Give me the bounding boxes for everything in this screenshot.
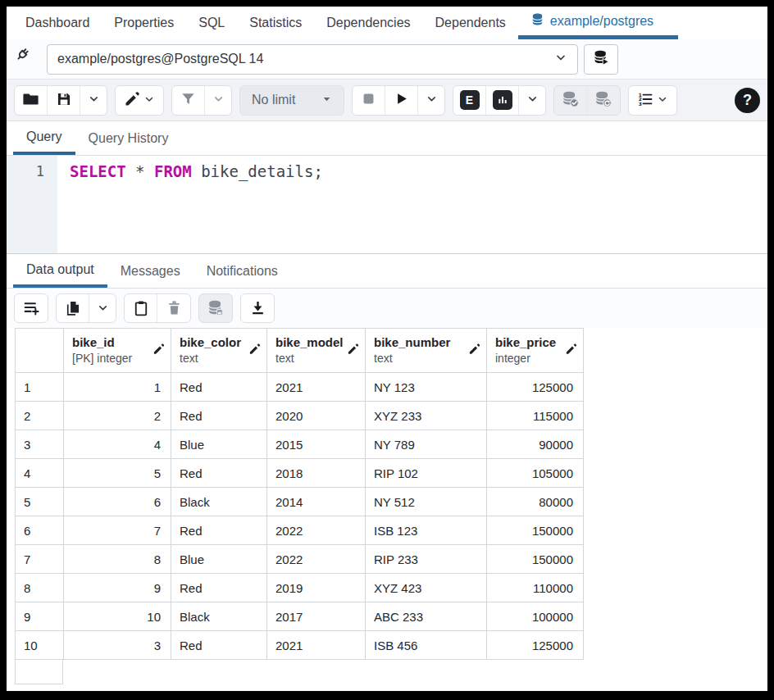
data-cell[interactable]: Black [171, 488, 267, 516]
data-cell[interactable]: 110000 [487, 574, 584, 602]
tab-statistics[interactable]: Statistics [237, 7, 314, 39]
data-cell[interactable]: 2015 [267, 430, 366, 459]
filter-options-dropdown[interactable] [205, 86, 231, 115]
data-cell[interactable]: Blue [171, 430, 267, 459]
data-cell[interactable]: 125000 [487, 631, 584, 660]
data-cell[interactable]: 2017 [267, 602, 366, 631]
data-cell[interactable]: 4 [64, 430, 171, 459]
save-data-changes-button[interactable] [199, 294, 232, 323]
data-cell[interactable]: ISB 456 [366, 631, 487, 660]
explain-options-dropdown[interactable] [519, 86, 545, 115]
row-number-cell[interactable]: 9 [16, 602, 64, 631]
data-cell[interactable]: Red [171, 459, 267, 488]
data-cell[interactable]: NY 123 [366, 373, 487, 402]
new-connection-button[interactable] [584, 44, 618, 75]
row-number-cell[interactable]: 10 [16, 631, 64, 660]
data-cell[interactable]: ABC 233 [366, 602, 487, 631]
filter-button[interactable] [172, 86, 205, 115]
data-cell[interactable]: 150000 [487, 516, 584, 545]
edit-column-icon[interactable] [468, 343, 480, 358]
data-cell[interactable]: 3 [64, 631, 171, 660]
cancel-query-button[interactable] [353, 86, 385, 115]
explain-button[interactable]: E [453, 86, 486, 115]
tab-dependencies[interactable]: Dependencies [314, 7, 422, 39]
data-cell[interactable]: 2 [64, 402, 171, 430]
data-cell[interactable]: RIP 102 [366, 459, 487, 488]
add-row-button[interactable] [15, 294, 48, 323]
data-cell[interactable]: RIP 233 [366, 545, 487, 574]
data-cell[interactable]: 150000 [487, 545, 584, 574]
connection-select[interactable]: example/postgres@PostgreSQL 14 [47, 44, 578, 75]
tab-query-tool-active[interactable]: example/postgres [518, 7, 678, 39]
tab-dashboard[interactable]: Dashboard [13, 7, 102, 39]
data-cell[interactable]: 2018 [267, 459, 366, 488]
data-cell[interactable]: Red [171, 373, 267, 402]
editor-code-area[interactable]: SELECT * FROM bike_details; [57, 156, 767, 253]
data-cell[interactable]: Red [171, 516, 267, 545]
edit-dropdown-button[interactable] [116, 86, 163, 115]
data-cell[interactable]: 125000 [487, 373, 584, 402]
new-row-stub-cell[interactable] [15, 660, 63, 684]
data-cell[interactable]: 2021 [267, 373, 366, 402]
column-header-bike-id[interactable]: bike_id [PK] integer [64, 329, 171, 373]
paste-button[interactable] [125, 294, 157, 323]
help-button[interactable]: ? [735, 88, 760, 113]
data-cell[interactable]: XYZ 423 [366, 574, 487, 602]
macros-dropdown-button[interactable]: 123 [629, 86, 676, 115]
execute-options-dropdown[interactable] [418, 86, 444, 115]
data-cell[interactable]: XYZ 233 [366, 402, 487, 430]
data-cell[interactable]: 105000 [487, 459, 584, 488]
data-cell[interactable]: NY 512 [366, 488, 487, 516]
rollback-button[interactable] [587, 86, 620, 115]
data-cell[interactable]: 80000 [487, 488, 584, 516]
save-file-button[interactable] [48, 86, 80, 115]
data-cell[interactable]: Red [171, 574, 267, 602]
copy-options-dropdown[interactable] [89, 294, 116, 323]
column-header-bike-model[interactable]: bike_model text [267, 329, 366, 373]
delete-row-button[interactable] [157, 294, 190, 323]
tab-data-output[interactable]: Data output [13, 254, 107, 288]
row-number-cell[interactable]: 7 [16, 545, 64, 574]
row-number-cell[interactable]: 2 [16, 402, 64, 430]
row-limit-select[interactable]: No limit [239, 85, 344, 116]
data-cell[interactable]: NY 789 [366, 430, 487, 459]
data-cell[interactable]: 10 [64, 602, 171, 631]
edit-column-icon[interactable] [248, 343, 261, 358]
data-cell[interactable]: 9 [64, 574, 171, 602]
row-number-cell[interactable]: 8 [16, 574, 64, 602]
row-number-cell[interactable]: 3 [16, 430, 64, 459]
data-cell[interactable]: Black [171, 602, 267, 631]
edit-column-icon[interactable] [565, 343, 577, 358]
tab-sql[interactable]: SQL [186, 7, 237, 39]
tab-dependents[interactable]: Dependents [423, 7, 518, 39]
execute-query-button[interactable] [385, 86, 418, 115]
data-cell[interactable]: 2020 [267, 402, 366, 430]
column-header-bike-number[interactable]: bike_number text [366, 329, 487, 373]
open-file-button[interactable] [15, 86, 48, 115]
data-cell[interactable]: ISB 123 [366, 516, 487, 545]
row-number-cell[interactable]: 5 [16, 488, 64, 516]
sql-editor[interactable]: 1 SELECT * FROM bike_details; [7, 156, 767, 254]
data-cell[interactable]: 2014 [267, 488, 366, 516]
tab-messages[interactable]: Messages [107, 254, 194, 288]
commit-button[interactable] [554, 86, 587, 115]
data-cell[interactable]: 6 [64, 488, 171, 516]
download-button[interactable] [241, 294, 274, 323]
data-cell[interactable]: 8 [64, 545, 171, 574]
data-cell[interactable]: 2022 [267, 545, 366, 574]
explain-analyze-button[interactable] [486, 86, 519, 115]
tab-query-history[interactable]: Query History [75, 121, 182, 155]
edit-column-icon[interactable] [153, 343, 165, 358]
row-number-cell[interactable]: 6 [16, 516, 64, 545]
data-cell[interactable]: 7 [64, 516, 171, 545]
copy-button[interactable] [57, 294, 89, 323]
data-cell[interactable]: Red [171, 631, 267, 660]
edit-column-icon[interactable] [347, 343, 359, 358]
data-cell[interactable]: 2021 [267, 631, 366, 660]
row-number-cell[interactable]: 1 [16, 373, 64, 402]
data-cell[interactable]: Blue [171, 545, 267, 574]
column-header-bike-price[interactable]: bike_price integer [487, 329, 584, 373]
tab-notifications[interactable]: Notifications [194, 254, 291, 288]
data-cell[interactable]: 115000 [487, 402, 584, 430]
data-cell[interactable]: 2019 [267, 574, 366, 602]
